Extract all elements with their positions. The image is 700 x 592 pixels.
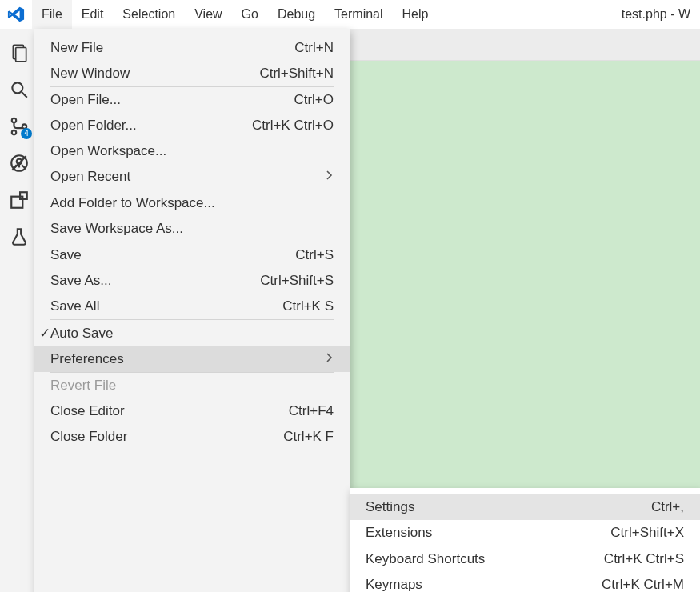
menu-separator xyxy=(34,319,350,320)
menu-item-add-folder-to-workspace[interactable]: Add Folder to Workspace... xyxy=(34,190,350,216)
menu-debug[interactable]: Debug xyxy=(268,0,325,29)
menu-item-label: Open File... xyxy=(50,92,294,108)
menu-item-new-file[interactable]: New FileCtrl+N xyxy=(34,35,350,61)
window-title: test.php - W xyxy=(622,7,700,22)
menu-item-shortcut: Ctrl+Shift+X xyxy=(610,525,684,541)
menu-item-label: Keyboard Shortcuts xyxy=(366,551,604,567)
menu-item-shortcut: Ctrl+Shift+S xyxy=(260,273,334,289)
svg-point-4 xyxy=(12,118,16,122)
menu-item-shortcut: Ctrl+O xyxy=(294,92,334,108)
menu-item-extensions[interactable]: ExtensionsCtrl+Shift+X xyxy=(350,520,700,546)
menu-file[interactable]: File xyxy=(32,0,72,29)
menu-item-save-all[interactable]: Save AllCtrl+K S xyxy=(34,294,350,319)
svg-line-10 xyxy=(13,165,16,168)
preferences-submenu: SettingsCtrl+,ExtensionsCtrl+Shift+XKeyb… xyxy=(350,488,700,592)
title-bar: FileEditSelectionViewGoDebugTerminalHelp… xyxy=(0,0,700,29)
source-control-icon[interactable]: 4 xyxy=(8,115,30,138)
menu-go[interactable]: Go xyxy=(232,0,268,29)
menu-item-auto-save[interactable]: ✓Auto Save xyxy=(34,320,350,346)
menu-item-label: Close Folder xyxy=(50,429,283,445)
menu-item-keyboard-shortcuts[interactable]: Keyboard ShortcutsCtrl+K Ctrl+S xyxy=(350,546,700,572)
explorer-icon[interactable] xyxy=(8,42,30,64)
svg-rect-1 xyxy=(16,48,26,62)
chevron-right-icon xyxy=(326,169,334,185)
menu-item-save[interactable]: SaveCtrl+S xyxy=(34,242,350,268)
activity-bar: 4 xyxy=(0,29,38,592)
menu-bar: FileEditSelectionViewGoDebugTerminalHelp xyxy=(32,0,438,29)
menu-item-shortcut: Ctrl+, xyxy=(651,499,684,515)
menu-item-label: Save As... xyxy=(50,273,260,289)
menu-item-label: Extensions xyxy=(366,525,610,541)
menu-item-label: New Window xyxy=(50,66,259,82)
menu-item-shortcut: Ctrl+N xyxy=(294,40,334,56)
extensions-icon[interactable] xyxy=(8,189,30,211)
menu-separator xyxy=(34,190,350,190)
menu-item-open-file[interactable]: Open File...Ctrl+O xyxy=(34,87,350,113)
menu-separator xyxy=(34,372,350,373)
menu-item-label: Save All xyxy=(50,298,282,314)
menu-item-shortcut: Ctrl+K Ctrl+S xyxy=(604,551,684,567)
vscode-logo-icon xyxy=(0,6,32,23)
menu-item-save-as[interactable]: Save As...Ctrl+Shift+S xyxy=(34,268,350,294)
menu-item-preferences[interactable]: Preferences xyxy=(34,346,350,372)
chevron-right-icon xyxy=(326,351,334,367)
menu-item-label: Save Workspace As... xyxy=(50,221,334,237)
menu-item-label: Revert File xyxy=(50,378,334,394)
svg-rect-13 xyxy=(11,197,22,208)
menu-item-label: Auto Save xyxy=(50,326,334,342)
menu-item-close-editor[interactable]: Close EditorCtrl+F4 xyxy=(34,398,350,424)
test-beaker-icon[interactable] xyxy=(8,226,30,248)
menu-item-shortcut: Ctrl+K Ctrl+O xyxy=(252,118,334,134)
menu-item-shortcut: Ctrl+K Ctrl+M xyxy=(602,577,684,592)
menu-item-label: New File xyxy=(50,40,294,56)
menu-item-label: Open Workspace... xyxy=(50,143,334,159)
menu-item-label: Close Editor xyxy=(50,403,289,419)
menu-item-open-folder[interactable]: Open Folder...Ctrl+K Ctrl+O xyxy=(34,113,350,138)
search-icon[interactable] xyxy=(8,78,30,101)
svg-line-3 xyxy=(22,92,27,98)
svg-point-2 xyxy=(12,82,22,93)
menu-item-open-recent[interactable]: Open Recent xyxy=(34,164,350,190)
menu-item-keymaps[interactable]: KeymapsCtrl+K Ctrl+M xyxy=(350,572,700,592)
svg-line-11 xyxy=(22,165,25,168)
menu-item-shortcut: Ctrl+S xyxy=(295,247,334,263)
menu-item-label: Open Recent xyxy=(50,169,326,185)
menu-item-label: Open Folder... xyxy=(50,118,252,134)
menu-item-label: Preferences xyxy=(50,351,326,367)
menu-terminal[interactable]: Terminal xyxy=(325,0,392,29)
menu-item-settings[interactable]: SettingsCtrl+, xyxy=(350,494,700,520)
menu-item-save-workspace-as[interactable]: Save Workspace As... xyxy=(34,216,350,242)
menu-item-new-window[interactable]: New WindowCtrl+Shift+N xyxy=(34,61,350,86)
menu-separator xyxy=(34,242,350,242)
menu-item-shortcut: Ctrl+K S xyxy=(282,298,334,314)
menu-view[interactable]: View xyxy=(185,0,231,29)
menu-selection[interactable]: Selection xyxy=(113,0,185,29)
menu-item-revert-file: Revert File xyxy=(34,373,350,398)
menu-separator xyxy=(350,546,700,546)
menu-item-open-workspace[interactable]: Open Workspace... xyxy=(34,138,350,164)
menu-separator xyxy=(34,86,350,87)
file-menu-dropdown: New FileCtrl+NNew WindowCtrl+Shift+NOpen… xyxy=(34,29,350,592)
menu-edit[interactable]: Edit xyxy=(72,0,114,29)
menu-help[interactable]: Help xyxy=(393,0,438,29)
main-chrome: 4 🐘index.php🐘test.php× 1234567 <?php$a =… xyxy=(0,29,700,592)
svg-point-5 xyxy=(12,130,16,134)
menu-item-shortcut: Ctrl+Shift+N xyxy=(259,66,334,82)
menu-item-close-folder[interactable]: Close FolderCtrl+K F xyxy=(34,424,350,450)
menu-item-label: Save xyxy=(50,247,295,263)
menu-item-label: Add Folder to Workspace... xyxy=(50,195,334,211)
scm-badge: 4 xyxy=(21,128,32,139)
menu-item-label: Keymaps xyxy=(366,577,602,592)
menu-item-shortcut: Ctrl+F4 xyxy=(289,403,334,419)
menu-item-shortcut: Ctrl+K F xyxy=(283,429,334,445)
debug-icon[interactable] xyxy=(8,152,30,174)
menu-item-label: Settings xyxy=(366,499,651,515)
